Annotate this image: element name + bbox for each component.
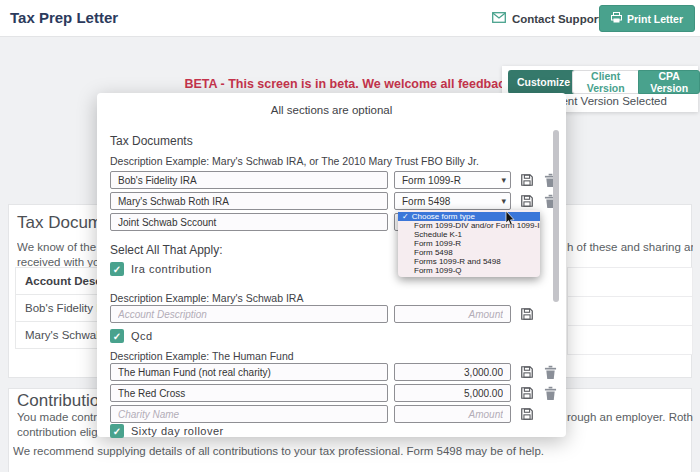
modal-tax-documents-label: Tax Documents [110, 134, 193, 148]
amount-input[interactable] [394, 305, 511, 323]
table-cell-empty [568, 297, 692, 326]
form-type-select[interactable]: Form 5498 ▾ [394, 192, 511, 210]
qcd-checkbox[interactable]: ✓ [110, 329, 124, 343]
delete-button[interactable] [543, 365, 557, 379]
print-letter-button[interactable]: Print Letter [599, 5, 695, 32]
save-button[interactable] [520, 194, 534, 208]
menu-item-form-1099-q[interactable]: Form 1099-Q [398, 266, 540, 275]
save-button[interactable] [520, 386, 534, 400]
page-title: Tax Prep Letter [10, 9, 118, 26]
charity-row [110, 405, 557, 423]
contact-support-link[interactable]: Contact Support [492, 12, 602, 25]
menu-item-form-5498[interactable]: Form 5498 [398, 248, 540, 257]
sixty-day-rollover-option: ✓ Sixty day rollover [110, 424, 224, 438]
version-toggle-group: Client Version CPA Version [572, 70, 700, 94]
form-type-menu: ✓ Choose form type Form 1099-DIV and/or … [398, 210, 540, 277]
form-type-select[interactable]: Form 1099-R ▾ [394, 171, 511, 189]
account-description-input[interactable] [110, 305, 388, 323]
contributions-text-line1-right: rough an employer. Roth IRA [567, 411, 693, 423]
amount-input[interactable] [394, 384, 511, 402]
check-icon: ✓ [402, 212, 409, 221]
tax-documents-text-line1-right: h of these and sharing any [567, 241, 693, 253]
ira-rows [110, 305, 534, 326]
form-type-value: Form 1099-R [402, 175, 461, 186]
description-example-3: Description Example: The Human Fund [110, 350, 294, 362]
menu-item-form-1099-r[interactable]: Form 1099-R [398, 239, 540, 248]
amount-input[interactable] [394, 405, 511, 423]
charity-row [110, 363, 557, 381]
top-header: Tax Prep Letter Contact Support Print Le… [0, 0, 700, 37]
ira-contribution-checkbox[interactable]: ✓ [110, 262, 124, 276]
modal-scrollbar-thumb[interactable] [553, 130, 559, 302]
account-description-input[interactable] [110, 171, 388, 189]
client-version-button[interactable]: Client Version [572, 70, 638, 94]
modal-note: All sections are optional [97, 104, 566, 116]
sixty-day-rollover-checkbox[interactable]: ✓ [110, 424, 124, 438]
menu-item-form-1099-div-int[interactable]: Form 1099-DIV and/or Form 1099-INT [398, 221, 540, 230]
account-description-input[interactable] [110, 192, 388, 210]
contact-support-label: Contact Support [512, 13, 602, 25]
save-button[interactable] [520, 407, 534, 421]
menu-item-forms-1099r-and-5498[interactable]: Forms 1099-R and 5498 [398, 257, 540, 266]
caret-down-icon: ▾ [501, 196, 506, 206]
save-button[interactable] [520, 365, 534, 379]
mouse-cursor-icon [505, 211, 515, 230]
account-description-input[interactable] [110, 213, 388, 231]
customize-label: Customize [517, 76, 570, 88]
menu-item-schedule-k1[interactable]: Schedule K-1 [398, 230, 540, 239]
qcd-label: Qcd [131, 330, 153, 342]
check-icon: ✓ [113, 264, 121, 275]
select-all-heading: Select All That Apply: [110, 243, 223, 257]
ira-contribution-option: ✓ Ira contribution [110, 262, 212, 276]
form-type-value: Form 5498 [402, 196, 450, 207]
menu-item-label: Choose form type [412, 212, 475, 221]
contributions-recommendation: We recommend supplying details of all co… [13, 445, 673, 457]
charity-name-input[interactable] [110, 384, 388, 402]
ira-contribution-label: Ira contribution [131, 263, 212, 275]
amount-input[interactable] [394, 363, 511, 381]
check-icon: ✓ [113, 331, 121, 342]
menu-item-choose-form-type[interactable]: ✓ Choose form type [398, 212, 540, 221]
accounts-table-right-column [567, 267, 693, 355]
description-example-1: Description Example: Mary's Schwab IRA, … [110, 155, 479, 167]
tax-document-row: Form 5498 ▾ [110, 192, 557, 210]
charity-name-input[interactable] [110, 363, 388, 381]
cpa-version-button[interactable]: CPA Version [638, 70, 700, 94]
check-icon: ✓ [113, 426, 121, 437]
caret-down-icon: ▾ [501, 175, 506, 185]
envelope-icon [492, 12, 506, 25]
sixty-day-rollover-label: Sixty day rollover [131, 425, 224, 437]
delete-button[interactable] [543, 386, 557, 400]
charity-name-input[interactable] [110, 405, 388, 423]
table-cell-empty [568, 326, 692, 355]
save-button[interactable] [520, 307, 534, 321]
print-letter-label: Print Letter [627, 13, 683, 25]
save-button[interactable] [520, 173, 534, 187]
tax-document-row: Form 1099-R ▾ [110, 171, 557, 189]
customize-letter-modal: All sections are optional Tax Documents … [97, 93, 566, 437]
table-cell-empty [568, 268, 692, 297]
qcd-option: ✓ Qcd [110, 329, 153, 343]
description-example-2: Description Example: Mary's Schwab IRA [110, 292, 303, 304]
charity-row [110, 384, 557, 402]
qcd-rows [110, 363, 557, 426]
printer-icon [611, 12, 622, 25]
ira-row [110, 305, 534, 323]
